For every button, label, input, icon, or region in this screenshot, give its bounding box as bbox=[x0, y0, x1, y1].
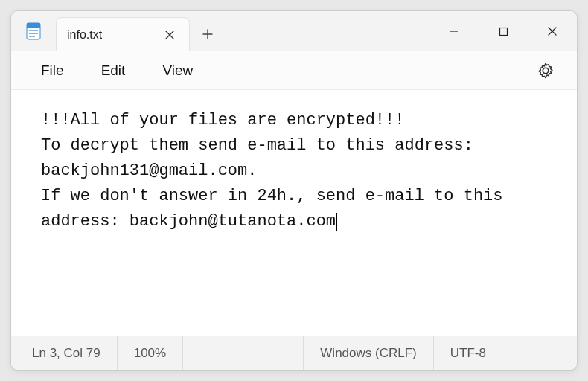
menu-file[interactable]: File bbox=[38, 58, 67, 83]
svg-rect-1 bbox=[27, 23, 40, 28]
app-icon bbox=[11, 11, 56, 51]
status-spacer bbox=[183, 336, 304, 370]
new-tab-button[interactable] bbox=[190, 17, 226, 51]
statusbar: Ln 3, Col 79 100% Windows (CRLF) UTF-8 bbox=[11, 336, 577, 370]
text-caret bbox=[336, 213, 337, 231]
svg-rect-6 bbox=[499, 28, 507, 35]
gear-icon bbox=[537, 62, 555, 80]
status-position: Ln 3, Col 79 bbox=[28, 336, 118, 370]
close-tab-icon[interactable] bbox=[161, 26, 179, 44]
maximize-button[interactable] bbox=[479, 11, 528, 51]
notepad-window: info.txt File Edit View !!! bbox=[10, 10, 578, 371]
editor-content[interactable]: !!!All of your files are encrypted!!! To… bbox=[11, 90, 577, 336]
status-line-ending: Windows (CRLF) bbox=[304, 336, 433, 370]
titlebar: info.txt bbox=[11, 11, 577, 51]
close-window-button[interactable] bbox=[528, 11, 577, 51]
tab-title: info.txt bbox=[67, 28, 161, 42]
text-body: !!!All of your files are encrypted!!! To… bbox=[41, 111, 513, 231]
tab-active[interactable]: info.txt bbox=[56, 17, 190, 51]
settings-button[interactable] bbox=[532, 57, 559, 84]
menu-edit[interactable]: Edit bbox=[98, 58, 129, 83]
status-encoding: UTF-8 bbox=[434, 336, 502, 370]
menu-view[interactable]: View bbox=[159, 58, 196, 83]
menubar: File Edit View bbox=[11, 51, 577, 90]
minimize-button[interactable] bbox=[429, 11, 479, 51]
status-zoom[interactable]: 100% bbox=[118, 336, 183, 370]
